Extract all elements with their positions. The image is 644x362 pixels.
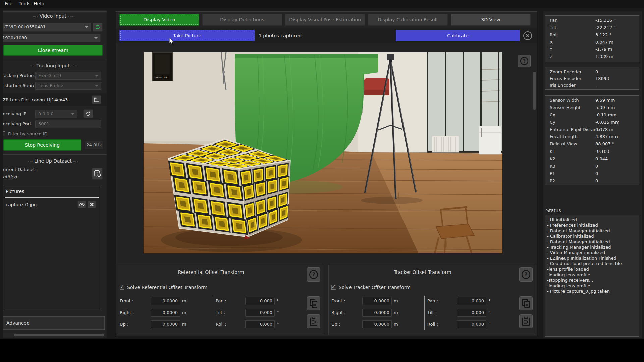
front-input[interactable]: 0.0000 (151, 297, 180, 305)
fiducial-marker (247, 189, 251, 195)
status-line: - Calibrator initialized (547, 234, 637, 239)
video-device-dropdown[interactable]: UT-VID 00k0550481 (3, 23, 91, 32)
roll-input[interactable]: 0.000 (457, 320, 486, 328)
fiducial-marker (202, 219, 208, 225)
front-label: Front : (331, 298, 345, 303)
sidebar-hscrollbar-handle[interactable] (14, 334, 104, 336)
display-visual-pose-button[interactable]: Display Visual Pose Estimation (285, 14, 365, 26)
receiving-ip-dropdown[interactable]: 0.0.0.0 (35, 110, 77, 118)
video-refresh-button[interactable] (93, 23, 103, 32)
picture-list-item[interactable]: capture_0.jpg (3, 200, 102, 209)
metric-label: Focal Length (550, 134, 595, 141)
resolution-dropdown[interactable]: 644x362 (3, 34, 101, 42)
menu-file[interactable]: File (5, 1, 12, 6)
pan-input[interactable]: 0.000 (457, 297, 486, 305)
divider (5, 197, 99, 198)
display-detections-button[interactable]: Display Detections (202, 14, 282, 26)
metric-label: Focus Encoder (550, 76, 595, 83)
take-picture-button[interactable]: Take Picture (119, 30, 255, 41)
metric-label: K1 (550, 149, 595, 156)
solve-tracker-checkbox[interactable]: ✓ (331, 285, 336, 290)
metric-value: 1.339 m (595, 54, 613, 61)
tracker-help-button[interactable]: ? (519, 267, 533, 282)
up-input[interactable]: 0.0000 (362, 320, 392, 328)
metric-value: 0 (595, 69, 598, 76)
receiving-port-label: Receiving Port (3, 121, 31, 126)
menu-help[interactable]: Help (34, 1, 44, 6)
tilt-input[interactable]: 0.000 (245, 309, 275, 317)
right-input[interactable]: 0.0000 (151, 309, 180, 317)
solve-referential-checkbox[interactable]: ✓ (120, 285, 124, 290)
metric-row: Roll3.122 ° (550, 32, 639, 40)
referential-offset-title: Referential Offset Transform (117, 269, 305, 275)
metric-value: -0.015 mm (595, 120, 619, 127)
tilt-unit: ° (277, 310, 279, 315)
display-calibration-button[interactable]: Display Calibration Result (368, 14, 448, 26)
receive-rate-value: 24.0Hz (85, 141, 103, 149)
up-input[interactable]: 0.0000 (151, 320, 180, 328)
metric-label: Pan (550, 18, 595, 25)
tilt-input[interactable]: 0.000 (457, 309, 486, 317)
lens-file-browse-button[interactable] (92, 95, 101, 104)
lens-box: Sensor Width9.59 mmSensor Height5.39 mmC… (545, 95, 639, 185)
tilt-label: Tilt : (427, 310, 437, 315)
metric-value: 5.39 mm (595, 105, 615, 112)
pan-label: Pan : (216, 298, 226, 303)
referential-paste-button[interactable] (307, 314, 320, 328)
tracking-input-header: --- Tracking Input --- (3, 63, 103, 68)
chevron-down-icon (85, 26, 88, 28)
metric-value: -1.79 m (595, 47, 612, 54)
close-stream-button[interactable]: Close stream (3, 45, 103, 56)
tilt-unit: ° (488, 310, 491, 315)
up-label: Up : (331, 322, 340, 327)
stop-receiving-button[interactable]: Stop Receiving (3, 139, 81, 151)
metric-label: K2 (550, 156, 595, 164)
advanced-label: Advanced (6, 320, 30, 326)
tracking-protocol-dropdown[interactable]: FreeD (d1) (35, 72, 101, 80)
roll-input[interactable]: 0.000 (245, 320, 275, 328)
refresh-icon (85, 111, 91, 117)
up-label: Up : (120, 322, 128, 327)
calibrate-button[interactable]: Calibrate (396, 30, 520, 41)
metric-value: 0 (595, 164, 598, 171)
camera-data-panel: Pan-15.316 °Tilt-22.212 °Roll3.122 °X0.0… (543, 11, 642, 338)
front-input[interactable]: 0.0000 (362, 297, 392, 305)
view-3d-button[interactable]: 3D View (451, 14, 531, 26)
video-help-button[interactable]: ? (518, 55, 531, 67)
display-video-button[interactable]: Display Video (119, 14, 199, 26)
referential-help-button[interactable]: ? (307, 267, 320, 282)
pan-input[interactable]: 0.000 (245, 297, 275, 305)
metric-label: P2 (550, 178, 595, 186)
status-line: - Preferences initialized (547, 223, 637, 228)
pose-box: Pan-15.316 °Tilt-22.212 °Roll3.122 °X0.0… (545, 15, 639, 62)
clear-photos-button[interactable] (523, 31, 532, 40)
receiving-refresh-button[interactable] (83, 109, 93, 118)
sidebar-top-scrollbar[interactable] (3, 11, 107, 12)
sidebar-hscrollbar[interactable] (3, 333, 105, 337)
metric-row: K30 (550, 164, 639, 171)
filter-source-checkbox[interactable] (3, 131, 5, 136)
picture-view-button[interactable] (77, 201, 86, 208)
copy-icon (522, 299, 530, 308)
menu-tools[interactable]: Tools (19, 1, 31, 6)
tracker-copy-button[interactable] (519, 296, 533, 310)
status-line: - Tracking Manager initialized (547, 245, 637, 250)
receiving-port-input[interactable]: 5001 (35, 120, 101, 128)
advanced-section[interactable]: Advanced (3, 316, 105, 330)
picture-delete-button[interactable] (88, 201, 96, 208)
tracker-paste-button[interactable] (519, 314, 533, 328)
right-input[interactable]: 0.0000 (362, 309, 392, 317)
radiator (432, 136, 459, 152)
distortion-source-dropdown[interactable]: Lens Profile (35, 82, 101, 90)
referential-copy-button[interactable] (307, 296, 320, 310)
metric-row: Focus Encoder18093 (550, 76, 639, 83)
fiducial-marker (282, 181, 286, 186)
clipboard-import-icon (522, 317, 530, 326)
status-line: - EZlineup Initialization Finished (547, 256, 637, 261)
main-vscrollbar-handle[interactable] (533, 72, 536, 110)
metric-row: Tilt-22.212 ° (550, 25, 639, 33)
roll-label: Roll : (427, 322, 438, 327)
status-line: - Dataset Manager initialized (547, 228, 637, 234)
pictures-header: Pictures (6, 189, 24, 194)
dataset-sync-button[interactable] (92, 168, 103, 180)
